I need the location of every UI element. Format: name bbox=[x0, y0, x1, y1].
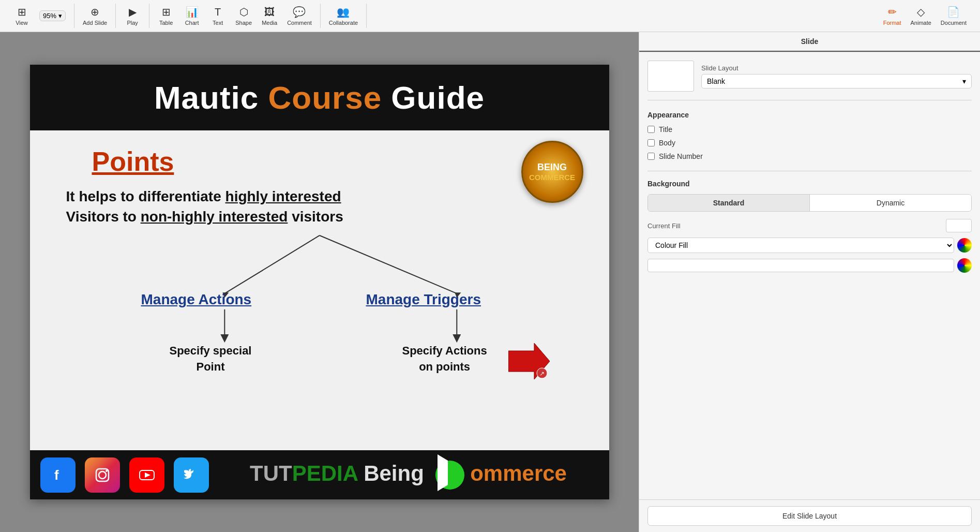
svg-text:↗: ↗ bbox=[539, 370, 545, 377]
dynamic-bg-button[interactable]: Dynamic bbox=[810, 195, 971, 211]
slide-body: BEING COMMERCE Points It helps to differ… bbox=[30, 130, 609, 450]
chart-label: Chart bbox=[185, 20, 199, 26]
flowchart-svg bbox=[61, 232, 578, 397]
add-slide-button[interactable]: ⊕ Add Slide bbox=[79, 4, 111, 28]
body-checkbox-label: Body bbox=[659, 139, 675, 147]
document-button[interactable]: 📄 Document bbox=[937, 4, 971, 28]
slide-footer: f bbox=[30, 450, 609, 499]
toolbar-group-add: ⊕ Add Slide bbox=[74, 4, 116, 28]
format-icon: ✏ bbox=[888, 6, 897, 18]
youtube-icon bbox=[129, 457, 164, 493]
instagram-icon bbox=[85, 457, 120, 493]
table-label: Table bbox=[159, 20, 173, 26]
footer-ommerce: ommerce bbox=[470, 461, 567, 485]
twitter-icon bbox=[174, 457, 209, 493]
table-icon: ⊞ bbox=[162, 6, 171, 18]
slide-layout-label: Slide Layout bbox=[701, 64, 972, 72]
colour-swatch-row bbox=[647, 258, 972, 273]
background-title: Background bbox=[647, 180, 972, 188]
toolbar-group-collaborate: 👥 Collaborate bbox=[321, 4, 367, 28]
points-title: Points bbox=[92, 146, 578, 177]
being-commerce-logo: BEING COMMERCE bbox=[521, 141, 583, 203]
logo-text2: COMMERCE bbox=[529, 173, 575, 182]
body-underline1: highly interested bbox=[225, 188, 341, 204]
view-icon: ⊞ bbox=[18, 6, 26, 18]
svg-marker-14 bbox=[145, 472, 150, 478]
svg-line-1 bbox=[320, 235, 457, 293]
svg-line-0 bbox=[224, 235, 320, 293]
right-panel-tabs: Slide bbox=[639, 32, 980, 52]
toolbar-group-view: ⊞ View 95% ▾ bbox=[5, 4, 74, 28]
slide-layout-info: Slide Layout Blank ▾ bbox=[701, 64, 972, 88]
title-checkbox[interactable] bbox=[647, 126, 655, 133]
specify-special-node: Specify special Point bbox=[170, 343, 252, 375]
media-button[interactable]: 🖼 Media bbox=[257, 4, 282, 28]
format-button[interactable]: ✏ Format bbox=[879, 4, 906, 28]
current-fill-row: Current Fill bbox=[647, 219, 972, 232]
right-panel-content: Slide Layout Blank ▾ Appearance Title Bo… bbox=[639, 52, 980, 499]
main-area: Mautic Course Guide BEING COMMERCE Point… bbox=[0, 32, 980, 532]
slide: Mautic Course Guide BEING COMMERCE Point… bbox=[30, 65, 609, 499]
colour-fill-select[interactable]: Colour Fill bbox=[647, 238, 954, 253]
body-underline2: non-highly interested bbox=[141, 209, 288, 225]
footer-brand: TUTPEDIA Being ommerce bbox=[218, 461, 599, 490]
collaborate-button[interactable]: 👥 Collaborate bbox=[325, 4, 362, 28]
slide-thumbnail bbox=[647, 61, 694, 92]
comment-button[interactable]: 💬 Comment bbox=[283, 4, 316, 28]
standard-bg-button[interactable]: Standard bbox=[648, 195, 810, 211]
toolbar-group-insert: ⊞ Table 📊 Chart T Text ⬡ Shape 🖼 Media 💬… bbox=[149, 4, 321, 28]
colour-fill-icon bbox=[957, 238, 972, 253]
document-label: Document bbox=[941, 20, 967, 26]
play-button[interactable]: ▶ Play bbox=[120, 4, 145, 28]
slide-number-label: Slide Number bbox=[659, 152, 703, 160]
text-button[interactable]: T Text bbox=[205, 4, 230, 28]
svg-point-12 bbox=[105, 470, 108, 472]
footer-text: TUTPEDIA Being ommerce bbox=[250, 461, 567, 490]
canvas-area[interactable]: Mautic Course Guide BEING COMMERCE Point… bbox=[0, 32, 639, 532]
body-checkbox-row: Body bbox=[647, 139, 972, 147]
body-line2-end: visitors bbox=[288, 209, 343, 225]
table-button[interactable]: ⊞ Table bbox=[154, 4, 178, 28]
document-icon: 📄 bbox=[947, 6, 960, 18]
edit-layout-button[interactable]: Edit Slide Layout bbox=[647, 506, 972, 526]
shape-icon: ⬡ bbox=[239, 6, 248, 18]
view-label: View bbox=[16, 20, 28, 26]
view-button[interactable]: ⊞ View bbox=[9, 4, 34, 28]
text-icon: T bbox=[215, 6, 221, 18]
text-label: Text bbox=[213, 20, 223, 26]
title-part2: Guide bbox=[382, 80, 485, 115]
toolbar: ⊞ View 95% ▾ ⊕ Add Slide ▶ Play ⊞ Table … bbox=[0, 0, 980, 32]
body-checkbox[interactable] bbox=[647, 139, 655, 146]
svg-text:f: f bbox=[54, 467, 59, 483]
logo-text1: BEING bbox=[537, 162, 567, 173]
footer-play-btn[interactable] bbox=[435, 461, 464, 490]
title-part1: Mautic bbox=[154, 80, 268, 115]
slide-number-checkbox-row: Slide Number bbox=[647, 152, 972, 160]
collaborate-icon: 👥 bbox=[337, 6, 350, 18]
animate-icon: ◇ bbox=[917, 6, 925, 18]
zoom-chevron: ▾ bbox=[58, 12, 62, 20]
animate-label: Animate bbox=[911, 20, 931, 26]
slide-layout-section: Slide Layout Blank ▾ bbox=[647, 61, 972, 100]
shape-button[interactable]: ⬡ Shape bbox=[231, 4, 256, 28]
appearance-title: Appearance bbox=[647, 111, 972, 119]
manage-actions-node: Manage Actions bbox=[141, 291, 252, 308]
background-section: Background Standard Dynamic Current Fill… bbox=[647, 171, 972, 273]
title-checkbox-label: Title bbox=[659, 125, 672, 134]
tab-slide[interactable]: Slide bbox=[639, 32, 980, 52]
slide-layout-select[interactable]: Blank ▾ bbox=[701, 74, 972, 88]
chevron-down-icon: ▾ bbox=[962, 77, 966, 85]
media-label: Media bbox=[262, 20, 277, 26]
body-line1: It helps to differentiate bbox=[66, 188, 225, 204]
red-arrow-decoration: ↗ bbox=[508, 343, 550, 379]
comment-icon: 💬 bbox=[293, 6, 306, 18]
colour-wheel-icon[interactable] bbox=[957, 258, 972, 273]
colour-swatch[interactable] bbox=[647, 259, 954, 272]
chart-button[interactable]: 📊 Chart bbox=[179, 4, 204, 28]
right-panel: Slide Slide Layout Blank ▾ Appearance bbox=[639, 32, 980, 532]
animate-button[interactable]: ◇ Animate bbox=[907, 4, 936, 28]
zoom-control[interactable]: 95% ▾ bbox=[35, 8, 70, 23]
body-text: It helps to differentiate highly interes… bbox=[66, 186, 578, 227]
slide-number-checkbox[interactable] bbox=[647, 153, 655, 160]
specify-actions-node: Specify Actions on points bbox=[402, 343, 487, 375]
